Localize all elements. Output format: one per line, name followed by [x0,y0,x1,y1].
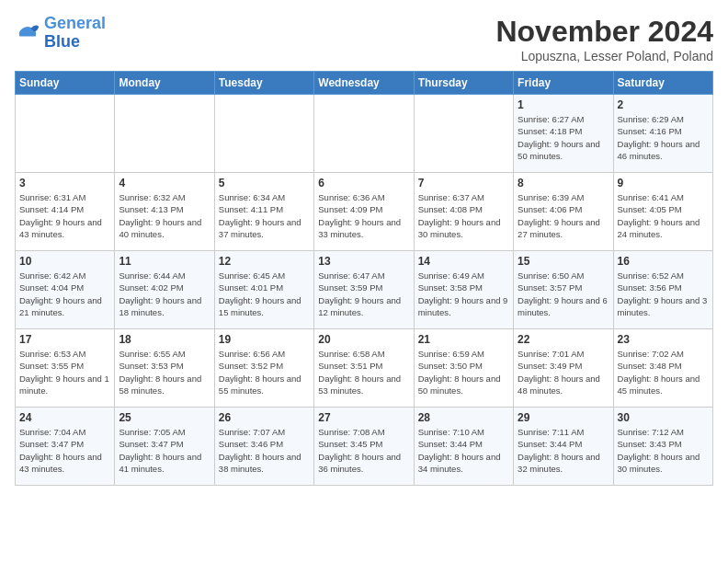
day-info: Sunrise: 6:34 AM Sunset: 4:11 PM Dayligh… [219,191,310,240]
month-title: November 2024 [495,15,713,49]
week-row-3: 17Sunrise: 6:53 AM Sunset: 3:55 PM Dayli… [16,329,713,408]
calendar-cell: 18Sunrise: 6:55 AM Sunset: 3:53 PM Dayli… [115,329,214,408]
day-info: Sunrise: 6:59 AM Sunset: 3:50 PM Dayligh… [418,348,509,396]
day-number: 16 [618,255,709,268]
calendar-table: SundayMondayTuesdayWednesdayThursdayFrid… [15,71,713,486]
calendar-cell: 20Sunrise: 6:58 AM Sunset: 3:51 PM Dayli… [314,329,414,408]
day-number: 24 [19,411,110,424]
day-info: Sunrise: 6:29 AM Sunset: 4:16 PM Dayligh… [618,113,709,162]
calendar-cell: 17Sunrise: 6:53 AM Sunset: 3:55 PM Dayli… [16,329,115,408]
day-number: 26 [219,411,310,424]
calendar-cell: 26Sunrise: 7:07 AM Sunset: 3:46 PM Dayli… [214,408,313,486]
calendar-cell: 19Sunrise: 6:56 AM Sunset: 3:52 PM Dayli… [214,329,313,408]
day-info: Sunrise: 7:11 AM Sunset: 3:44 PM Dayligh… [518,426,609,475]
calendar-cell: 9Sunrise: 6:41 AM Sunset: 4:05 PM Daylig… [613,173,712,251]
calendar-cell: 13Sunrise: 6:47 AM Sunset: 3:59 PM Dayli… [314,251,414,329]
calendar-cell: 23Sunrise: 7:02 AM Sunset: 3:48 PM Dayli… [613,329,712,408]
calendar-cell: 3Sunrise: 6:31 AM Sunset: 4:14 PM Daylig… [16,173,115,251]
day-number: 9 [618,177,709,190]
day-number: 20 [318,333,409,346]
col-header-monday: Monday [115,72,214,95]
day-info: Sunrise: 6:31 AM Sunset: 4:14 PM Dayligh… [19,191,110,240]
day-info: Sunrise: 6:52 AM Sunset: 3:56 PM Dayligh… [618,270,709,318]
calendar-cell: 30Sunrise: 7:12 AM Sunset: 3:43 PM Dayli… [613,408,712,486]
day-info: Sunrise: 6:36 AM Sunset: 4:09 PM Dayligh… [318,191,409,240]
calendar-cell: 2Sunrise: 6:29 AM Sunset: 4:16 PM Daylig… [613,95,712,173]
day-info: Sunrise: 7:07 AM Sunset: 3:46 PM Dayligh… [219,426,310,475]
calendar-cell [214,95,313,173]
day-info: Sunrise: 6:39 AM Sunset: 4:06 PM Dayligh… [518,191,609,240]
day-info: Sunrise: 7:12 AM Sunset: 3:43 PM Dayligh… [618,426,709,475]
day-number: 27 [318,411,409,424]
day-info: Sunrise: 7:01 AM Sunset: 3:49 PM Dayligh… [518,348,609,396]
day-number: 6 [318,177,409,190]
calendar-cell: 8Sunrise: 6:39 AM Sunset: 4:06 PM Daylig… [514,173,613,251]
calendar-cell [314,95,414,173]
day-number: 29 [518,411,609,424]
calendar-cell [115,95,214,173]
day-info: Sunrise: 6:32 AM Sunset: 4:13 PM Dayligh… [119,191,210,240]
calendar-cell: 12Sunrise: 6:45 AM Sunset: 4:01 PM Dayli… [214,251,313,329]
day-number: 3 [19,177,110,190]
calendar-cell: 7Sunrise: 6:37 AM Sunset: 4:08 PM Daylig… [414,173,513,251]
day-info: Sunrise: 6:47 AM Sunset: 3:59 PM Dayligh… [318,270,409,318]
col-header-sunday: Sunday [16,72,115,95]
calendar-cell: 6Sunrise: 6:36 AM Sunset: 4:09 PM Daylig… [314,173,414,251]
day-number: 30 [618,411,709,424]
day-info: Sunrise: 7:10 AM Sunset: 3:44 PM Dayligh… [418,426,509,475]
calendar-cell: 28Sunrise: 7:10 AM Sunset: 3:44 PM Dayli… [414,408,513,486]
day-number: 22 [518,333,609,346]
calendar-cell: 1Sunrise: 6:27 AM Sunset: 4:18 PM Daylig… [514,95,613,173]
calendar-cell: 25Sunrise: 7:05 AM Sunset: 3:47 PM Dayli… [115,408,214,486]
day-info: Sunrise: 6:44 AM Sunset: 4:02 PM Dayligh… [119,270,210,318]
day-number: 10 [19,255,110,268]
day-number: 13 [318,255,409,268]
day-info: Sunrise: 6:55 AM Sunset: 3:53 PM Dayligh… [119,348,210,396]
day-number: 21 [418,333,509,346]
day-number: 28 [418,411,509,424]
calendar-cell: 10Sunrise: 6:42 AM Sunset: 4:04 PM Dayli… [16,251,115,329]
calendar-cell: 5Sunrise: 6:34 AM Sunset: 4:11 PM Daylig… [214,173,313,251]
day-info: Sunrise: 6:42 AM Sunset: 4:04 PM Dayligh… [19,270,110,318]
week-row-1: 3Sunrise: 6:31 AM Sunset: 4:14 PM Daylig… [16,173,713,251]
day-info: Sunrise: 6:58 AM Sunset: 3:51 PM Dayligh… [318,348,409,396]
day-info: Sunrise: 7:04 AM Sunset: 3:47 PM Dayligh… [19,426,110,475]
logo-text: General Blue [44,15,106,52]
day-number: 8 [518,177,609,190]
col-header-wednesday: Wednesday [314,72,414,95]
calendar-cell: 11Sunrise: 6:44 AM Sunset: 4:02 PM Dayli… [115,251,214,329]
day-number: 2 [618,98,709,111]
col-header-tuesday: Tuesday [214,72,313,95]
location: Lopuszna, Lesser Poland, Poland [495,49,713,63]
calendar-cell: 15Sunrise: 6:50 AM Sunset: 3:57 PM Dayli… [514,251,613,329]
day-info: Sunrise: 6:41 AM Sunset: 4:05 PM Dayligh… [618,191,709,240]
day-number: 5 [219,177,310,190]
calendar-cell: 4Sunrise: 6:32 AM Sunset: 4:13 PM Daylig… [115,173,214,251]
col-header-friday: Friday [514,72,613,95]
day-number: 7 [418,177,509,190]
title-block: November 2024 Lopuszna, Lesser Poland, P… [495,15,713,63]
day-number: 25 [119,411,210,424]
col-header-saturday: Saturday [613,72,712,95]
calendar-cell: 16Sunrise: 6:52 AM Sunset: 3:56 PM Dayli… [613,251,712,329]
day-info: Sunrise: 6:45 AM Sunset: 4:01 PM Dayligh… [219,270,310,318]
page-header: General Blue November 2024 Lopuszna, Les… [15,15,713,63]
day-info: Sunrise: 6:49 AM Sunset: 3:58 PM Dayligh… [418,270,509,318]
calendar-cell: 22Sunrise: 7:01 AM Sunset: 3:49 PM Dayli… [514,329,613,408]
day-info: Sunrise: 7:08 AM Sunset: 3:45 PM Dayligh… [318,426,409,475]
calendar-cell [414,95,513,173]
week-row-2: 10Sunrise: 6:42 AM Sunset: 4:04 PM Dayli… [16,251,713,329]
day-number: 19 [219,333,310,346]
day-info: Sunrise: 6:37 AM Sunset: 4:08 PM Dayligh… [418,191,509,240]
day-info: Sunrise: 6:27 AM Sunset: 4:18 PM Dayligh… [518,113,609,162]
calendar-cell [16,95,115,173]
calendar-cell: 21Sunrise: 6:59 AM Sunset: 3:50 PM Dayli… [414,329,513,408]
calendar-cell: 29Sunrise: 7:11 AM Sunset: 3:44 PM Dayli… [514,408,613,486]
calendar-header-row: SundayMondayTuesdayWednesdayThursdayFrid… [16,72,713,95]
day-info: Sunrise: 7:05 AM Sunset: 3:47 PM Dayligh… [119,426,210,475]
day-number: 4 [119,177,210,190]
day-info: Sunrise: 7:02 AM Sunset: 3:48 PM Dayligh… [618,348,709,396]
logo-icon [15,20,40,46]
calendar-cell: 27Sunrise: 7:08 AM Sunset: 3:45 PM Dayli… [314,408,414,486]
day-number: 23 [618,333,709,346]
